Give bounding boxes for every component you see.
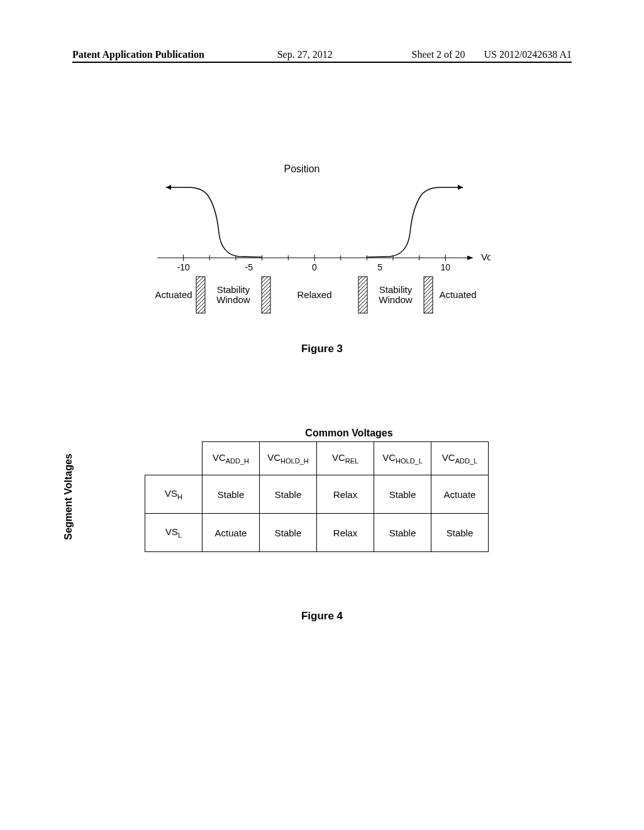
region-stability-right-2: Window bbox=[379, 294, 413, 305]
cell: Stable bbox=[260, 514, 317, 552]
col-vc-rel: VCREL bbox=[317, 442, 374, 475]
header-sheet: Sheet 2 of 20 bbox=[393, 49, 484, 60]
cell: Actuate bbox=[431, 475, 489, 514]
svg-rect-14 bbox=[358, 277, 367, 313]
region-actuated-right: Actuated bbox=[439, 289, 476, 300]
col-vc-hold-l: VCHOLD_L bbox=[374, 442, 431, 475]
region-stability-left-2: Window bbox=[216, 294, 250, 305]
svg-rect-15 bbox=[424, 277, 433, 313]
cell: Relax bbox=[317, 475, 374, 514]
cell: Actuate bbox=[203, 514, 260, 552]
col-vc-add-h: VCADD_H bbox=[203, 442, 260, 475]
tick-5: 5 bbox=[377, 262, 382, 272]
col-vc-add-l: VCADD_L bbox=[431, 442, 489, 475]
header-date: Sep. 27, 2012 bbox=[204, 49, 393, 60]
figure-4-caption: Figure 4 bbox=[164, 610, 480, 622]
table-row: VSH Stable Stable Relax Stable Actuate bbox=[145, 475, 489, 514]
y-axis-label: Position bbox=[284, 163, 320, 174]
cell: Relax bbox=[317, 514, 374, 552]
region-stability-right-1: Stability bbox=[379, 284, 413, 295]
figure-3-caption: Figure 3 bbox=[164, 343, 480, 355]
cell: Stable bbox=[260, 475, 317, 514]
tick-0: 0 bbox=[312, 262, 317, 272]
figure-4: Common Voltages Segment Voltages VCADD_H… bbox=[113, 428, 503, 552]
svg-rect-12 bbox=[196, 277, 205, 313]
cell: Stable bbox=[374, 475, 431, 514]
cell: Stable bbox=[431, 514, 489, 552]
figure-4-title: Common Voltages bbox=[195, 428, 503, 439]
cell: Stable bbox=[203, 475, 260, 514]
region-relaxed: Relaxed bbox=[297, 289, 331, 300]
col-vc-hold-h: VCHOLD_H bbox=[260, 442, 317, 475]
hysteresis-plot-icon: Position -10 -5 0 5 10 bbox=[151, 163, 491, 327]
tick-10: 10 bbox=[441, 262, 451, 272]
figure-3: Position -10 -5 0 5 10 bbox=[151, 163, 478, 327]
tick-n5: -5 bbox=[245, 262, 253, 272]
cell: Stable bbox=[374, 514, 431, 552]
voltage-table: VCADD_H VCHOLD_H VCREL VCHOLD_L VCADD_L … bbox=[145, 441, 489, 552]
row-vs-h: VSH bbox=[145, 475, 203, 514]
figure-4-side-label: Segment Voltages bbox=[63, 434, 74, 560]
table-row: VSL Actuate Stable Relax Stable Stable bbox=[145, 514, 489, 552]
region-actuated-left: Actuated bbox=[155, 289, 192, 300]
page-header: Patent Application Publication Sep. 27, … bbox=[72, 49, 572, 63]
row-vs-l: VSL bbox=[145, 514, 203, 552]
header-publication: Patent Application Publication bbox=[72, 49, 204, 60]
x-axis-label: Voltage bbox=[481, 252, 491, 262]
region-stability-left-1: Stability bbox=[217, 284, 250, 295]
svg-rect-13 bbox=[262, 277, 270, 313]
header-docnum: US 2012/0242638 A1 bbox=[484, 49, 572, 60]
tick-n10: -10 bbox=[177, 262, 190, 272]
